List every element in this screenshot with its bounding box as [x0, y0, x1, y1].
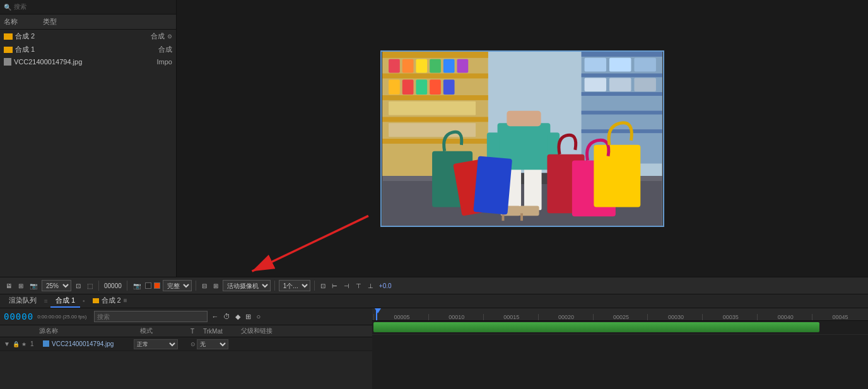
ruler-marks: 00005 00010 00015 00020 00025 00030 0003… — [372, 314, 868, 320]
playhead-line[interactable] — [376, 308, 377, 320]
svg-rect-26 — [585, 57, 607, 71]
view-num-select[interactable]: 1个... — [279, 280, 310, 291]
timeline-area: 渲染队列 ≡ 合成 1 • 合成 2 ≡ 00000 0:00:00:00 (2… — [0, 294, 868, 389]
toolbar-sep-5 — [314, 281, 315, 291]
layer-lock-icon[interactable]: 🔒 — [13, 341, 21, 347]
item-type-1: 合成 — [158, 45, 172, 54]
list-item[interactable]: 合成 2 合成 ⚙ — [0, 30, 176, 43]
camera-toggle-btn[interactable]: 📷 — [28, 281, 39, 291]
timeline-ruler: 00005 00010 00015 00020 00025 00030 0003… — [372, 308, 868, 321]
item-name-1: 合成 1 — [15, 45, 156, 54]
svg-rect-16 — [430, 79, 441, 95]
svg-rect-17 — [443, 79, 455, 95]
quality-select[interactable]: 完整 — [163, 280, 192, 291]
region-btn[interactable]: ⊟ — [200, 281, 209, 291]
ruler-mark-3: 00020 — [538, 314, 593, 320]
svg-rect-13 — [389, 79, 400, 95]
col-parent: 父级和链接 — [241, 327, 304, 335]
tab-comp1[interactable]: 合成 1 — [50, 294, 80, 308]
layer-trkmat-select[interactable]: 无 — [197, 339, 228, 349]
timecode-display: 00000 — [103, 282, 123, 289]
layer-visibility-icon[interactable]: ▼ — [4, 340, 13, 347]
tl-btn-diamond[interactable]: ◆ — [234, 312, 242, 322]
list-item[interactable]: 合成 1 合成 — [0, 43, 176, 56]
ruler-mark-7: 00040 — [757, 314, 812, 320]
svg-rect-12 — [457, 59, 469, 73]
grid-btn[interactable]: ⊞ — [16, 281, 25, 291]
comp-btn-d[interactable]: ⊤ — [354, 281, 363, 291]
snapshot-btn[interactable]: 📷 — [131, 281, 143, 291]
timeline-col-headers: 源名称 模式 T TrkMat 父级和链接 — [0, 325, 372, 337]
svg-rect-25 — [582, 129, 662, 133]
layer-color-icon — [43, 340, 49, 347]
timeline-tracks — [372, 321, 868, 389]
left-panel: 🔍 搜索 名称 类型 合成 2 合成 ⚙ 合成 1 合成 VCC21400014… — [0, 0, 177, 277]
ruler-mark-1: 00010 — [428, 314, 483, 320]
timeline-controls: 00000 0:00:00:00 (25.00 fps) ← ⏱ ◆ ⊞ ○ — [0, 308, 372, 325]
main-preview — [177, 0, 868, 277]
layer-mode-select[interactable]: 正常 — [134, 339, 178, 349]
tl-btn-grid[interactable]: ⊞ — [244, 312, 252, 322]
item-icon-1 — [4, 47, 13, 53]
tl-btn-arrow[interactable]: ← — [210, 312, 220, 321]
bg-color-swatch[interactable] — [145, 282, 151, 289]
item-type-2: Impo — [157, 58, 172, 66]
col-name-header: 名称 — [4, 17, 18, 26]
fg-color-swatch[interactable] — [154, 282, 160, 289]
fit-btn[interactable]: ⊡ — [74, 281, 83, 291]
tl-btn-clock[interactable]: ⏱ — [222, 312, 232, 321]
panel-items-list: 合成 2 合成 ⚙ 合成 1 合成 VCC21400014794.jpg Imp… — [0, 30, 176, 277]
comp-btn-b[interactable]: ⊢ — [330, 281, 339, 291]
toolbar-sep-3 — [196, 281, 196, 291]
comp-btn-a[interactable]: ⊡ — [319, 281, 327, 291]
tab-comp2[interactable]: 合成 2 ≡ — [88, 294, 132, 308]
svg-rect-36 — [524, 166, 542, 210]
gear-icon-0: ⚙ — [167, 33, 172, 40]
ruler-mark-0: 00005 — [373, 314, 428, 320]
layer-shy-icon[interactable]: ★ — [21, 341, 30, 347]
col-type-header: 类型 — [43, 17, 57, 26]
svg-line-52 — [252, 216, 368, 271]
svg-rect-6 — [382, 139, 488, 144]
ruler-mark-2: 00015 — [483, 314, 538, 320]
ruler-mark-8: 00045 — [812, 314, 867, 320]
camera-select[interactable]: 活动摄像机 — [223, 280, 271, 291]
timeline-search-input[interactable] — [94, 311, 208, 322]
svg-rect-15 — [416, 79, 427, 95]
svg-rect-21 — [582, 52, 662, 57]
track-row-layer1 — [372, 321, 868, 335]
svg-rect-23 — [582, 92, 662, 96]
comp-btn-c[interactable]: ⊣ — [342, 281, 351, 291]
comp-btn-e[interactable]: ⊥ — [366, 281, 375, 291]
tab-render-queue[interactable]: 渲染队列 — [4, 294, 42, 308]
svg-rect-11 — [443, 59, 455, 73]
tl-btn-circle[interactable]: ○ — [255, 312, 262, 321]
layer-trk-prefix: ⊙ — [191, 341, 197, 347]
timeline-right-panel: 00005 00010 00015 00020 00025 00030 0003… — [372, 308, 868, 389]
track-clip-green[interactable] — [373, 322, 819, 332]
zoom-select[interactable]: 25% — [42, 280, 71, 291]
col-t: T — [191, 328, 203, 335]
top-area: 🔍 搜索 名称 类型 合成 2 合成 ⚙ 合成 1 合成 VCC21400014… — [0, 0, 868, 277]
monitor-icon-btn[interactable]: 🖥 — [4, 281, 14, 291]
list-item[interactable]: VCC21400014794.jpg Impo — [0, 56, 176, 67]
svg-rect-30 — [609, 78, 631, 91]
svg-rect-5 — [382, 117, 488, 122]
svg-rect-31 — [634, 78, 656, 91]
timeline-content: 00000 0:00:00:00 (25.00 fps) ← ⏱ ◆ ⊞ ○ 源… — [0, 308, 868, 389]
layer-name[interactable]: VCC21400014794.jpg — [52, 340, 134, 347]
tab-close-icon[interactable]: ≡ — [124, 297, 127, 304]
view-btn[interactable]: ⊞ — [211, 281, 220, 291]
tab-sep-1: ≡ — [43, 298, 49, 305]
svg-rect-18 — [389, 101, 476, 115]
frame-btn[interactable]: ⬚ — [85, 281, 95, 291]
search-label: 搜索 — [14, 3, 26, 11]
toolbar-sep-1 — [98, 281, 99, 291]
svg-rect-28 — [634, 57, 656, 71]
item-name-0: 合成 2 — [15, 32, 148, 41]
svg-rect-27 — [609, 57, 631, 71]
svg-rect-3 — [382, 73, 488, 78]
timeline-tabs: 渲染队列 ≡ 合成 1 • 合成 2 ≡ — [0, 294, 868, 308]
timecode-detail: 0:00:00:00 (25.00 fps) — [37, 314, 86, 320]
toolbar-sep-2 — [127, 281, 127, 291]
